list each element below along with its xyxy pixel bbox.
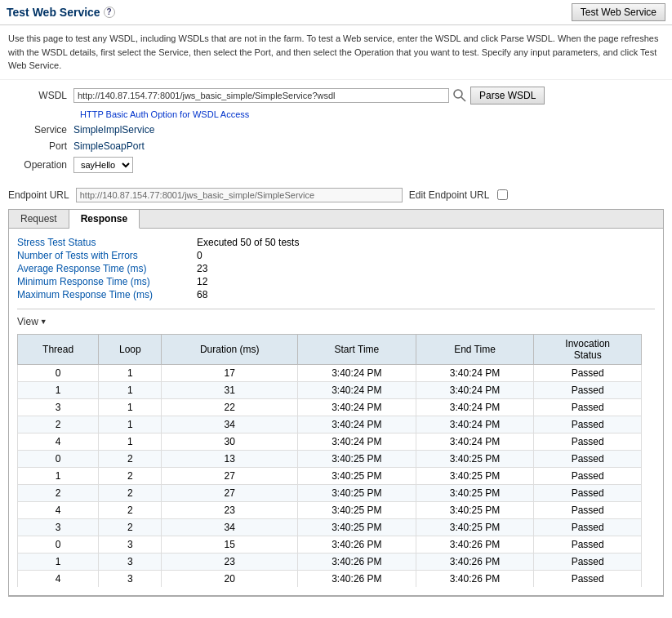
- table-cell: 34: [162, 416, 298, 433]
- table-cell: 0: [18, 536, 99, 553]
- table-cell: 15: [162, 536, 298, 553]
- endpoint-input[interactable]: [76, 188, 403, 202]
- wsdl-row: WSDL Parse WSDL: [8, 87, 664, 104]
- service-label: Service: [8, 124, 73, 136]
- http-auth-link[interactable]: HTTP Basic Auth Option for WSDL Access: [80, 109, 664, 119]
- table-cell: 3: [99, 536, 162, 553]
- stress-max-label: Maximum Response Time (ms): [17, 289, 197, 300]
- table-cell: 2: [99, 467, 162, 484]
- table-row: 43203:40:26 PM3:40:26 PMPassed: [18, 570, 642, 587]
- table-cell: 3:40:25 PM: [416, 484, 534, 501]
- table-cell: Passed: [534, 398, 642, 416]
- table-cell: 3:40:24 PM: [416, 381, 534, 398]
- table-cell: 3:40:24 PM: [298, 398, 416, 416]
- table-cell: 1: [18, 467, 99, 484]
- table-row: 31223:40:24 PM3:40:24 PMPassed: [18, 398, 642, 416]
- search-icon[interactable]: [452, 88, 467, 103]
- table-cell: 3:40:24 PM: [298, 433, 416, 450]
- table-cell: 2: [18, 484, 99, 501]
- col-thread: Thread: [18, 334, 99, 364]
- table-row: 42233:40:25 PM3:40:25 PMPassed: [18, 501, 642, 518]
- wsdl-input-group: Parse WSDL: [73, 87, 664, 104]
- table-scroll-area[interactable]: Thread Loop Duration (ms) Start Time End…: [17, 334, 655, 587]
- page-title: Test Web Service: [7, 6, 100, 19]
- table-cell: Passed: [534, 536, 642, 553]
- tabs-header: Request Response: [9, 210, 663, 229]
- stress-status-label: Stress Test Status: [17, 237, 197, 248]
- table-row: 32343:40:25 PM3:40:25 PMPassed: [18, 518, 642, 536]
- table-row: 03153:40:26 PM3:40:26 PMPassed: [18, 536, 642, 553]
- page-title-area: Test Web Service ?: [7, 6, 115, 19]
- form-section: WSDL Parse WSDL HTTP Basic Auth Option f…: [0, 80, 672, 185]
- stress-status-section: Stress Test Status Executed 50 of 50 tes…: [17, 237, 655, 300]
- table-cell: 1: [18, 381, 99, 398]
- stress-status-row: Stress Test Status Executed 50 of 50 tes…: [17, 237, 655, 248]
- table-cell: 27: [162, 484, 298, 501]
- tab-response[interactable]: Response: [69, 210, 140, 229]
- edit-endpoint-label: Edit Endpoint URL: [409, 189, 490, 201]
- parse-wsdl-button[interactable]: Parse WSDL: [470, 87, 545, 104]
- stress-min-value: 12: [197, 276, 207, 287]
- table-cell: 3:40:25 PM: [416, 518, 534, 536]
- table-cell: Passed: [534, 381, 642, 398]
- port-row: Port SimpleSoapPort: [8, 140, 664, 152]
- table-cell: Passed: [534, 467, 642, 484]
- service-value: SimpleImplService: [73, 124, 154, 136]
- port-label: Port: [8, 140, 73, 152]
- table-cell: 23: [162, 501, 298, 518]
- table-cell: 3:40:25 PM: [298, 450, 416, 467]
- table-cell: 3:40:24 PM: [298, 364, 416, 381]
- table-cell: 3:40:24 PM: [416, 364, 534, 381]
- tab-request[interactable]: Request: [9, 210, 69, 228]
- svg-point-0: [454, 90, 462, 98]
- table-cell: 3:40:26 PM: [298, 553, 416, 570]
- edit-endpoint-checkbox[interactable]: [497, 189, 508, 200]
- table-cell: Passed: [534, 450, 642, 467]
- endpoint-section: Endpoint URL Edit Endpoint URL: [0, 185, 672, 209]
- table-cell: 31: [162, 381, 298, 398]
- table-cell: 2: [99, 450, 162, 467]
- wsdl-label: WSDL: [8, 90, 73, 101]
- table-cell: Passed: [534, 518, 642, 536]
- table-cell: Passed: [534, 501, 642, 518]
- table-cell: Passed: [534, 484, 642, 501]
- view-dropdown[interactable]: View ▼: [17, 316, 655, 327]
- table-cell: 3:40:24 PM: [298, 381, 416, 398]
- table-row: 22273:40:25 PM3:40:25 PMPassed: [18, 484, 642, 501]
- results-table-wrapper: Thread Loop Duration (ms) Start Time End…: [17, 334, 655, 587]
- table-cell: 3:40:26 PM: [298, 536, 416, 553]
- table-cell: 3:40:25 PM: [298, 467, 416, 484]
- table-cell: 4: [18, 501, 99, 518]
- table-cell: 3:40:24 PM: [416, 398, 534, 416]
- operation-select[interactable]: sayHello: [73, 157, 133, 173]
- table-cell: 3:40:24 PM: [416, 433, 534, 450]
- table-cell: 1: [99, 398, 162, 416]
- table-cell: 22: [162, 398, 298, 416]
- wsdl-input[interactable]: [73, 88, 449, 103]
- table-cell: 3:40:25 PM: [416, 467, 534, 484]
- stress-errors-label: Number of Tests with Errors: [17, 250, 197, 261]
- tab-content-response: Stress Test Status Executed 50 of 50 tes…: [9, 229, 663, 595]
- help-icon[interactable]: ?: [104, 7, 115, 18]
- stress-errors-row: Number of Tests with Errors 0: [17, 250, 655, 261]
- operation-row: Operation sayHello: [8, 157, 664, 173]
- test-web-service-button[interactable]: Test Web Service: [572, 3, 665, 21]
- table-cell: Passed: [534, 553, 642, 570]
- service-row: Service SimpleImplService: [8, 124, 664, 136]
- chevron-down-icon: ▼: [40, 318, 47, 326]
- table-header-row: Thread Loop Duration (ms) Start Time End…: [18, 334, 642, 364]
- table-cell: 3:40:25 PM: [298, 484, 416, 501]
- col-loop: Loop: [99, 334, 162, 364]
- description-text: Use this page to test any WSDL, includin…: [0, 25, 672, 80]
- stress-max-value: 68: [197, 289, 207, 300]
- stress-avg-label: Average Response Time (ms): [17, 263, 197, 274]
- stress-status-value: Executed 50 of 50 tests: [197, 237, 299, 248]
- table-cell: 13: [162, 450, 298, 467]
- table-cell: Passed: [534, 416, 642, 433]
- table-cell: 27: [162, 467, 298, 484]
- table-cell: 1: [18, 553, 99, 570]
- table-cell: Passed: [534, 433, 642, 450]
- table-cell: 17: [162, 364, 298, 381]
- table-cell: 3:40:24 PM: [416, 416, 534, 433]
- table-cell: 3:40:26 PM: [416, 553, 534, 570]
